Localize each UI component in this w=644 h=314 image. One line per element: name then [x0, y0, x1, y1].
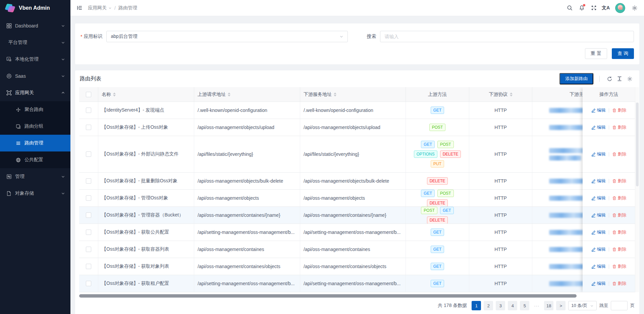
column-settings-gear-icon[interactable]	[625, 74, 635, 84]
fullscreen-icon[interactable]	[588, 0, 600, 16]
search-form-item: 搜索	[367, 31, 634, 42]
app-logo[interactable]: Vben Admin	[0, 0, 70, 16]
route-name: 【Oss对象存储】- 管理Oss对象	[102, 195, 168, 201]
edit-button[interactable]: 编辑	[591, 124, 606, 130]
horizontal-scrollbar-thumb[interactable]	[79, 294, 577, 298]
table-row: 【Oss对象存储】- 管理Oss对象 /api/oss-management/o…	[79, 190, 635, 207]
search-icon[interactable]	[564, 0, 576, 16]
sidebar-item-platform[interactable]: 平台管理	[0, 34, 70, 51]
delete-button[interactable]: 删除	[612, 107, 627, 113]
row-checkbox[interactable]	[86, 178, 91, 184]
vertical-scrollbar-thumb[interactable]	[636, 103, 639, 186]
protocol-value: HTTP	[494, 247, 507, 252]
delete-button[interactable]: 删除	[612, 212, 627, 218]
method-tags: POST	[429, 124, 446, 131]
breadcrumb-parent[interactable]: 应用网关	[88, 5, 112, 11]
page-button-5[interactable]: 5	[520, 301, 529, 310]
method-tag-get: GET	[431, 107, 444, 114]
row-checkbox[interactable]	[86, 195, 91, 201]
action-cell: 编辑 删除	[583, 224, 635, 241]
sidebar-item-gateway[interactable]: 应用网关	[0, 84, 70, 101]
pencil-icon	[591, 152, 596, 156]
sidebar-item-aggregate-route[interactable]: 聚合路由	[0, 101, 70, 118]
method-tags: GET	[431, 107, 444, 114]
sidebar-item-dashboard[interactable]: Dashboard	[0, 17, 70, 34]
page-button-2[interactable]: 2	[484, 301, 493, 310]
edit-button[interactable]: 编辑	[591, 178, 606, 184]
chevron-down-icon	[61, 191, 65, 195]
page-ellipsis[interactable]: ···	[532, 301, 541, 310]
row-checkbox[interactable]	[86, 108, 91, 113]
edit-button[interactable]: 编辑	[591, 229, 606, 235]
table-row: 【Oss对象存储】- 获取租户配置 /api/setting-managemen…	[79, 275, 635, 292]
column-header-downstream[interactable]: 下游服务地址	[300, 87, 406, 102]
edit-button[interactable]: 编辑	[591, 151, 606, 157]
row-checkbox[interactable]	[86, 125, 91, 130]
sidebar-item-saas[interactable]: Saas	[0, 68, 70, 84]
next-page-button[interactable]: >	[556, 301, 566, 310]
add-route-button[interactable]: 添加新路由	[559, 73, 593, 84]
page-button-18[interactable]: 18	[544, 301, 553, 310]
sort-icon[interactable]	[228, 92, 230, 97]
action-cell: 编辑 删除	[583, 102, 635, 119]
page-button-3[interactable]: 3	[496, 301, 505, 310]
sidebar-item-public-config[interactable]: 公共配置	[0, 151, 70, 168]
pencil-icon	[591, 108, 596, 113]
page-button-4[interactable]: 4	[508, 301, 517, 310]
method-tag-post: POST	[421, 207, 437, 214]
delete-button[interactable]: 删除	[612, 280, 627, 287]
sidebar-item-route-group[interactable]: 路由分组	[0, 118, 70, 135]
refresh-icon[interactable]	[604, 74, 614, 84]
action-cell: 编辑 删除	[583, 119, 635, 136]
column-header-protocol[interactable]: 下游协议	[469, 87, 532, 102]
query-button[interactable]: 查询	[612, 48, 634, 59]
page-button-1[interactable]: 1	[472, 301, 481, 310]
select-all-checkbox[interactable]	[86, 92, 91, 97]
column-header-upstream[interactable]: 上游请求地址	[194, 87, 300, 102]
sort-icon[interactable]	[113, 92, 116, 97]
settings-gear-icon[interactable]	[629, 0, 641, 16]
row-checkbox[interactable]	[86, 230, 91, 235]
edit-button[interactable]: 编辑	[591, 195, 606, 201]
edit-button[interactable]: 编辑	[591, 280, 606, 287]
method-tag-get: GET	[431, 263, 444, 270]
table-title: 路由列表	[80, 75, 101, 82]
upstream-path: /api/oss-management/objects	[198, 195, 259, 201]
downstream-path: /api/setting-management/oss-management/b…	[304, 230, 401, 235]
avatar[interactable]	[615, 3, 625, 13]
edit-button[interactable]: 编辑	[591, 107, 606, 113]
column-header-name[interactable]: 名称	[98, 87, 194, 102]
edit-button[interactable]: 编辑	[591, 246, 606, 252]
jump-page-input[interactable]	[611, 301, 628, 310]
delete-button[interactable]: 删除	[612, 195, 627, 201]
sidebar-item-manage[interactable]: 管理	[0, 168, 70, 185]
app-identifier-select[interactable]: abp后台管理	[106, 31, 348, 42]
edit-button[interactable]: 编辑	[591, 263, 606, 269]
route-name: 【Oss对象存储】- 批量删除Oss对象	[102, 178, 177, 184]
menu-fold-icon[interactable]	[74, 3, 85, 13]
delete-button[interactable]: 删除	[612, 178, 627, 184]
row-checkbox[interactable]	[86, 281, 91, 286]
method-tags: GET	[431, 263, 444, 270]
row-checkbox[interactable]	[86, 264, 91, 269]
row-checkbox[interactable]	[86, 212, 91, 218]
edit-button[interactable]: 编辑	[591, 212, 606, 218]
row-checkbox[interactable]	[86, 151, 91, 157]
row-checkbox[interactable]	[86, 247, 91, 252]
sidebar-item-object-storage[interactable]: 对象存储	[0, 185, 70, 202]
delete-button[interactable]: 删除	[612, 151, 627, 157]
sort-icon[interactable]	[510, 92, 513, 97]
page-size-select[interactable]: 10 条/页	[568, 301, 597, 310]
row-height-icon[interactable]	[614, 74, 625, 84]
sidebar-item-localization[interactable]: A 本地化管理	[0, 51, 70, 68]
delete-button[interactable]: 删除	[612, 263, 627, 269]
search-input[interactable]	[380, 31, 634, 42]
notification-bell-icon[interactable]	[576, 0, 588, 16]
translate-icon[interactable]: 文A	[600, 0, 612, 16]
delete-button[interactable]: 删除	[612, 229, 627, 235]
delete-button[interactable]: 删除	[612, 124, 627, 130]
sort-icon[interactable]	[334, 92, 336, 97]
reset-button[interactable]: 重置	[585, 48, 607, 59]
sidebar-item-route-manage[interactable]: 路由管理	[0, 135, 70, 151]
delete-button[interactable]: 删除	[612, 246, 627, 252]
